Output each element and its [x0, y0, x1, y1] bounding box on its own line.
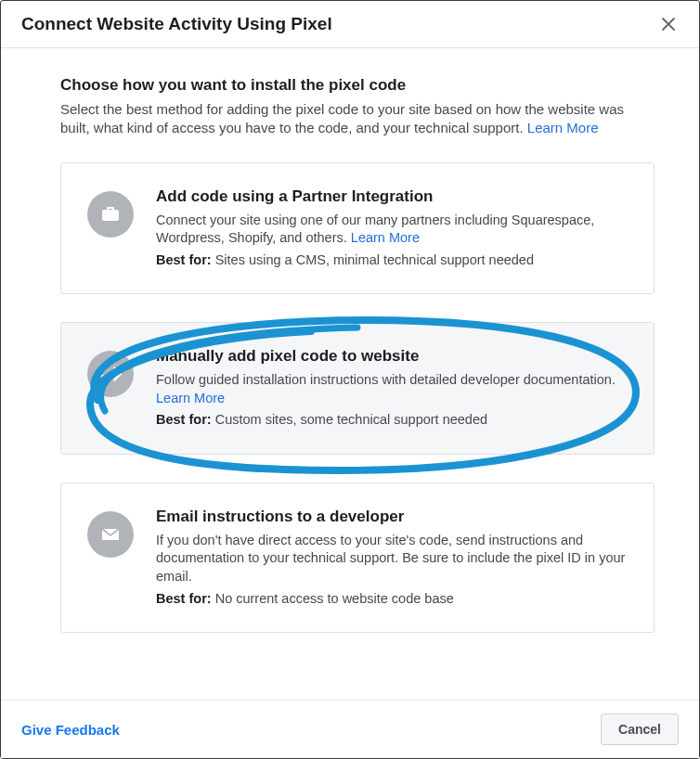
option-card-body: Add code using a Partner Integration Con…: [156, 187, 633, 270]
option-title: Add code using a Partner Integration: [156, 187, 633, 206]
modal-footer: Give Feedback Cancel: [1, 700, 699, 758]
best-for-text: No current access to website code base: [212, 591, 454, 606]
code-icon: [87, 351, 134, 397]
envelope-icon: [87, 511, 134, 558]
option-card-email-developer[interactable]: Email instructions to a developer If you…: [60, 482, 655, 633]
option-best-for: Best for: No current access to website c…: [156, 590, 633, 609]
cancel-button[interactable]: Cancel: [601, 714, 679, 745]
spacer: [60, 633, 655, 651]
best-for-label: Best for:: [156, 252, 212, 267]
best-for-label: Best for:: [156, 591, 212, 606]
option-learn-more-link[interactable]: Learn More: [351, 230, 420, 245]
option-desc: Follow guided installation instructions …: [156, 371, 633, 407]
options-list: Add code using a Partner Integration Con…: [60, 162, 655, 634]
modal-header: Connect Website Activity Using Pixel: [1, 1, 699, 48]
best-for-text: Custom sites, some technical support nee…: [212, 412, 487, 427]
close-icon: [661, 17, 676, 32]
modal-body-wrap: Choose how you want to install the pixel…: [1, 48, 699, 700]
option-card-manual-add[interactable]: Manually add pixel code to website Follo…: [60, 322, 655, 455]
modal-body[interactable]: Choose how you want to install the pixel…: [1, 48, 699, 700]
best-for-text: Sites using a CMS, minimal technical sup…: [212, 252, 534, 267]
modal-title: Connect Website Activity Using Pixel: [21, 14, 332, 34]
option-desc: Connect your site using one of our many …: [156, 212, 633, 248]
best-for-label: Best for:: [156, 412, 212, 427]
briefcase-icon: [87, 191, 134, 238]
option-desc: If you don't have direct access to your …: [156, 532, 633, 586]
option-learn-more-link[interactable]: Learn More: [156, 391, 225, 405]
intro-title: Choose how you want to install the pixel…: [60, 76, 655, 95]
option-desc-text: Follow guided installation instructions …: [156, 372, 616, 387]
option-card-body: Manually add pixel code to website Follo…: [156, 347, 633, 430]
intro-learn-more-link[interactable]: Learn More: [527, 120, 599, 135]
option-desc-text: If you don't have direct access to your …: [156, 533, 625, 584]
option-best-for: Best for: Custom sites, some technical s…: [156, 411, 633, 430]
option-title: Manually add pixel code to website: [156, 347, 633, 366]
give-feedback-link[interactable]: Give Feedback: [21, 722, 120, 738]
option-card-partner-integration[interactable]: Add code using a Partner Integration Con…: [60, 162, 655, 295]
intro-section: Choose how you want to install the pixel…: [60, 76, 655, 138]
option-card-body: Email instructions to a developer If you…: [156, 508, 633, 608]
option-title: Email instructions to a developer: [156, 508, 633, 526]
modal-dialog: Connect Website Activity Using Pixel Cho…: [0, 0, 700, 759]
option-best-for: Best for: Sites using a CMS, minimal tec…: [156, 251, 633, 270]
close-button[interactable]: [658, 14, 679, 34]
intro-text: Select the best method for adding the pi…: [60, 100, 655, 138]
